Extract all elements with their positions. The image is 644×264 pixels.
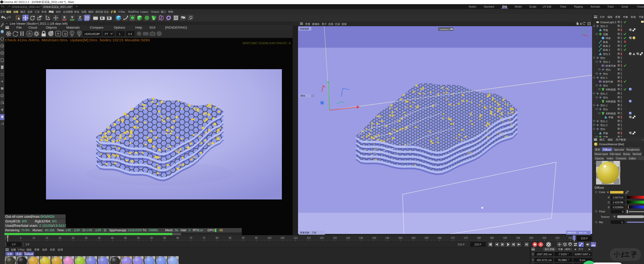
svg-text:A: A <box>592 243 594 245</box>
svg-text:ST: ST <box>188 18 190 20</box>
svg-text:Y: Y <box>584 27 585 29</box>
svg-text:X: X <box>587 35 588 37</box>
svg-text:ST: ST <box>181 18 183 20</box>
svg-text:R: R <box>28 32 30 36</box>
svg-text:A: A <box>540 243 542 246</box>
svg-text:A: A <box>1 123 2 125</box>
svg-text:A: A <box>2 95 3 97</box>
svg-text:M: M <box>78 31 80 34</box>
svg-text:F: F <box>71 31 73 34</box>
